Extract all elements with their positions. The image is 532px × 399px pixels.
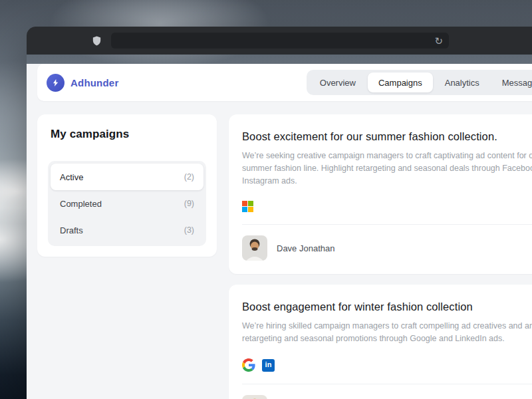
campaign-description: We’re seeking creative campaign managers… bbox=[242, 150, 532, 188]
shield-icon[interactable] bbox=[90, 35, 102, 47]
campaign-title: Boost engagement for winter fashion coll… bbox=[242, 301, 532, 313]
campaign-card-winter[interactable]: Boost engagement for winter fashion coll… bbox=[229, 285, 532, 399]
filter-active[interactable]: Active (2) bbox=[51, 164, 203, 190]
filter-count: (9) bbox=[184, 199, 194, 208]
filter-count: (2) bbox=[184, 172, 194, 182]
browser-toolbar: ↻ bbox=[27, 27, 532, 55]
platform-icons: in bbox=[242, 358, 532, 372]
tab-analytics[interactable]: Analytics bbox=[434, 72, 490, 92]
avatar bbox=[242, 395, 267, 399]
filter-count: (3) bbox=[184, 225, 194, 235]
browser-window: ↻ Adhunder Overview Campaigns Analytics … bbox=[27, 27, 532, 399]
nav-tabs: Overview Campaigns Analytics Messages bbox=[307, 70, 532, 95]
content-area: My campaigns Active (2) Completed (9) Dr… bbox=[27, 101, 532, 399]
address-bar[interactable]: ↻ bbox=[111, 33, 449, 49]
filter-label: Completed bbox=[60, 199, 102, 209]
tab-overview[interactable]: Overview bbox=[309, 72, 366, 92]
tab-messages[interactable]: Messages bbox=[491, 72, 532, 92]
campaign-title: Boost excitement for our summer fashion … bbox=[242, 130, 532, 143]
filter-label: Active bbox=[60, 172, 83, 182]
campaign-filter-group: Active (2) Completed (9) Drafts (3) bbox=[48, 161, 206, 246]
reload-icon[interactable]: ↻ bbox=[434, 36, 443, 46]
logo[interactable]: Adhunder bbox=[47, 74, 118, 92]
sidebar: My campaigns Active (2) Completed (9) Dr… bbox=[37, 114, 217, 257]
logo-text: Adhunder bbox=[70, 77, 118, 88]
tab-campaigns[interactable]: Campaigns bbox=[368, 72, 433, 92]
campaign-card-summer[interactable]: Boost excitement for our summer fashion … bbox=[229, 114, 532, 274]
campaign-owner: Dave Jonathan bbox=[242, 235, 532, 261]
google-icon bbox=[242, 358, 255, 372]
campaign-list: Boost excitement for our summer fashion … bbox=[229, 114, 532, 399]
microsoft-icon bbox=[242, 201, 253, 212]
campaign-owner: Allison Haze bbox=[242, 395, 532, 399]
campaign-description: We’re hiring skilled campaign managers t… bbox=[242, 320, 532, 345]
card-divider bbox=[242, 384, 532, 384]
owner-name: Dave Jonathan bbox=[277, 243, 334, 253]
logo-bolt-icon bbox=[47, 74, 65, 92]
platform-icons bbox=[242, 201, 532, 212]
linkedin-icon: in bbox=[262, 359, 275, 372]
app-header: Adhunder Overview Campaigns Analytics Me… bbox=[37, 64, 532, 101]
filter-drafts[interactable]: Drafts (3) bbox=[51, 217, 203, 243]
avatar bbox=[242, 235, 267, 261]
filter-label: Drafts bbox=[60, 225, 83, 235]
app-surface: Adhunder Overview Campaigns Analytics Me… bbox=[27, 64, 532, 399]
sidebar-title: My campaigns bbox=[51, 128, 203, 141]
filter-completed[interactable]: Completed (9) bbox=[51, 190, 203, 217]
card-divider bbox=[242, 224, 532, 225]
